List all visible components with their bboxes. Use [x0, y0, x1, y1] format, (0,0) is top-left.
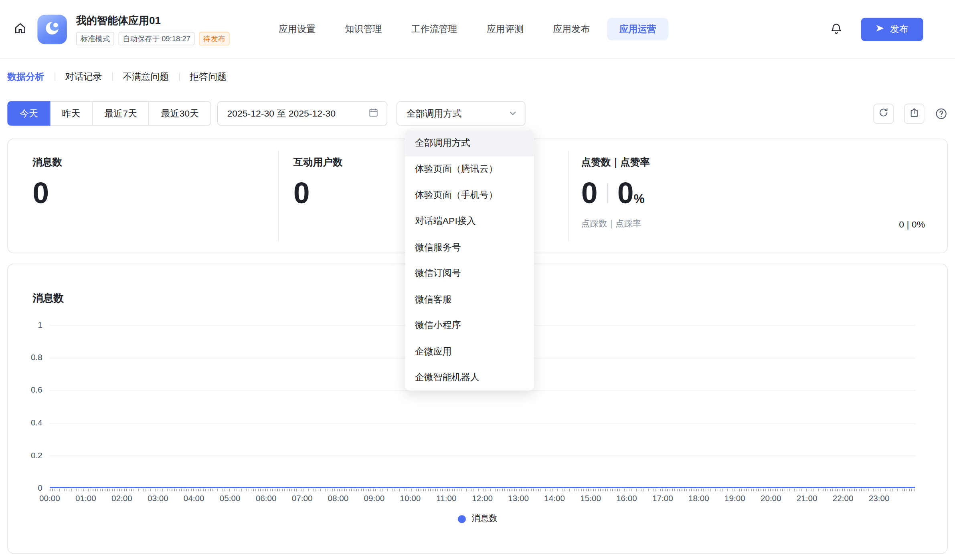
dislike-row: 点踩数｜点踩率 0 | 0% [581, 218, 925, 230]
stat-messages-label: 消息数 [32, 156, 278, 169]
y-axis: 10.80.60.40.20 [8, 320, 42, 493]
x-axis-label: 11:00 [428, 494, 464, 503]
dropdown-option[interactable]: 微信订阅号 [405, 260, 534, 286]
x-axis-label: 02:00 [104, 494, 140, 503]
badge-row: 标准模式 自动保存于 09:18:27 待发布 [76, 32, 260, 45]
app-title: 我的智能体应用01 [76, 13, 260, 27]
dropdown-option[interactable]: 全部调用方式 [405, 130, 534, 156]
help-icon[interactable] [935, 107, 948, 120]
publish-label: 发布 [890, 23, 908, 35]
dropdown-option[interactable]: 微信服务号 [405, 234, 534, 260]
y-axis-label: 1 [8, 320, 42, 330]
x-axis-label: 05:00 [212, 494, 248, 503]
likes-rate: 0 % [617, 178, 645, 207]
x-axis-label: 08:00 [320, 494, 356, 503]
range-button[interactable]: 最近7天 [92, 101, 150, 126]
nav-item[interactable]: 应用发布 [541, 18, 602, 40]
chart-title: 消息数 [32, 291, 64, 305]
home-button[interactable] [10, 19, 30, 39]
nav-item[interactable]: 应用运营 [607, 18, 668, 40]
tab[interactable]: 对话记录 [55, 67, 112, 86]
x-axis: 00:0001:0002:0003:0004:0005:0006:0007:00… [32, 494, 897, 503]
y-axis-label: 0.4 [8, 418, 42, 427]
date-range-value: 2025-12-30 至 2025-12-30 [227, 108, 336, 119]
stat-likes-values: 0 0 % [581, 178, 925, 207]
divider [607, 183, 608, 203]
bell-icon [830, 22, 843, 36]
nav-item[interactable]: 应用设置 [266, 18, 328, 40]
x-axis-label: 22:00 [825, 494, 861, 503]
x-axis-label: 23:00 [861, 494, 897, 503]
date-range-segmented: 今天昨天最近7天最近30天 [7, 101, 211, 126]
autosave-badge: 自动保存于 09:18:27 [118, 32, 194, 45]
dropdown-option[interactable]: 体验页面（手机号） [405, 182, 534, 208]
main-nav: 应用设置知识管理工作流管理应用评测应用发布应用运营 [266, 18, 668, 40]
export-icon [909, 107, 919, 120]
tab[interactable]: 数据分析 [7, 67, 55, 86]
send-icon [876, 24, 884, 34]
stat-likes-label: 点赞数｜点赞率 [581, 156, 925, 169]
x-axis-label: 16:00 [609, 494, 645, 503]
nav-item[interactable]: 应用评测 [474, 18, 536, 40]
legend-dot [457, 515, 465, 523]
dropdown-option[interactable]: 企微智能机器人 [405, 365, 534, 391]
swirl-icon [43, 19, 61, 40]
nav-item[interactable]: 工作流管理 [399, 18, 469, 40]
range-button[interactable]: 最近30天 [149, 101, 211, 126]
range-button[interactable]: 今天 [7, 101, 50, 126]
x-axis-label: 15:00 [573, 494, 609, 503]
stat-messages-value: 0 [32, 178, 278, 207]
series-line-messages [50, 487, 915, 488]
channel-dropdown-menu: 全部调用方式体验页面（腾讯云）体验页面（手机号）对话端API接入微信服务号微信订… [405, 130, 534, 391]
publish-button[interactable]: 发布 [861, 18, 923, 41]
x-axis-label: 01:00 [68, 494, 104, 503]
x-axis-label: 13:00 [500, 494, 536, 503]
status-badge: 待发布 [199, 32, 230, 45]
legend-label: 消息数 [471, 513, 497, 524]
app-title-block: 我的智能体应用01 标准模式 自动保存于 09:18:27 待发布 [76, 13, 260, 45]
dislike-label: 点踩数｜点踩率 [581, 218, 641, 230]
likes-count: 0 [581, 178, 598, 207]
tab[interactable]: 拒答问题 [179, 67, 237, 86]
tab[interactable]: 不满意问题 [112, 67, 179, 86]
dropdown-option[interactable]: 企微应用 [405, 338, 534, 365]
dropdown-option[interactable]: 体验页面（腾讯云） [405, 156, 534, 182]
x-axis-label: 18:00 [681, 494, 717, 503]
chevron-down-icon [509, 108, 517, 119]
date-range-picker[interactable]: 2025-12-30 至 2025-12-30 [217, 101, 387, 126]
x-axis-label: 21:00 [789, 494, 825, 503]
stat-likes: 点赞数｜点赞率 0 0 % 点踩数｜点踩率 0 | 0% [569, 139, 947, 253]
nav-item[interactable]: 知识管理 [333, 18, 394, 40]
likes-rate-value: 0 [617, 178, 634, 207]
x-axis-label: 03:00 [140, 494, 176, 503]
channel-select[interactable]: 全部调用方式 [397, 101, 525, 126]
x-axis-ticks [50, 489, 915, 491]
x-axis-label: 20:00 [753, 494, 789, 503]
x-axis-label: 06:00 [248, 494, 284, 503]
notification-button[interactable] [830, 22, 843, 36]
y-axis-label: 0.8 [8, 353, 42, 363]
calendar-icon [368, 107, 379, 120]
export-button[interactable] [904, 103, 925, 124]
likes-rate-unit: % [634, 192, 645, 206]
mode-badge: 标准模式 [76, 32, 114, 45]
dropdown-option[interactable]: 对话端API接入 [405, 208, 534, 234]
dropdown-option[interactable]: 微信客服 [405, 286, 534, 312]
x-axis-label: 17:00 [645, 494, 681, 503]
legend-item-messages[interactable]: 消息数 [8, 513, 947, 524]
analytics-tabs: 数据分析对话记录不满意问题拒答问题 [7, 67, 955, 86]
page: 我的智能体应用01 标准模式 自动保存于 09:18:27 待发布 应用设置知识… [0, 0, 955, 560]
range-button[interactable]: 昨天 [50, 101, 93, 126]
home-icon [14, 22, 27, 37]
y-axis-label: 0.6 [8, 385, 42, 395]
filter-actions [873, 103, 947, 124]
refresh-button[interactable] [873, 103, 894, 124]
dislike-value: 0 | 0% [899, 219, 925, 229]
x-axis-label: 00:00 [32, 494, 68, 503]
dropdown-option[interactable]: 微信小程序 [405, 312, 534, 338]
header-right: 发布 [830, 18, 923, 41]
y-axis-label: 0.2 [8, 451, 42, 460]
app-header: 我的智能体应用01 标准模式 自动保存于 09:18:27 待发布 应用设置知识… [0, 0, 955, 59]
x-axis-label: 04:00 [176, 494, 212, 503]
filter-bar: 今天昨天最近7天最近30天 2025-12-30 至 2025-12-30 全部… [7, 101, 947, 126]
